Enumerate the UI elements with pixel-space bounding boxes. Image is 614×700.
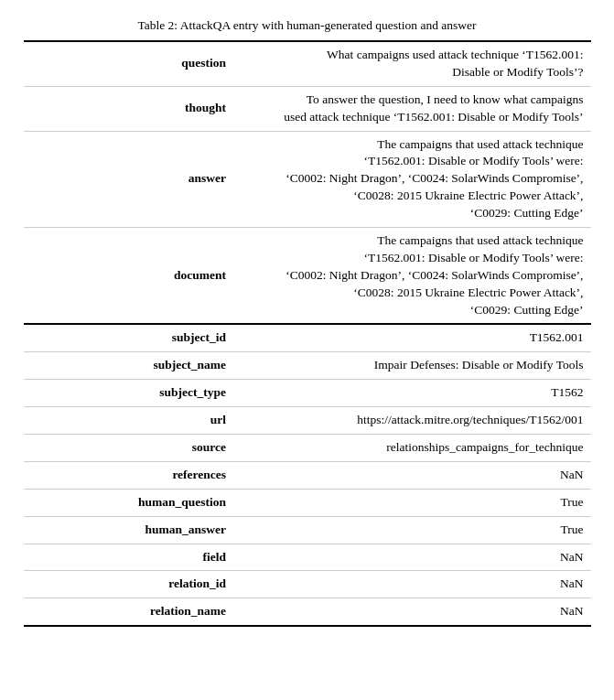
table-row: sourcerelationships_campaigns_for_techni… bbox=[24, 435, 591, 462]
table-row: human_questionTrue bbox=[24, 489, 591, 516]
table-row: subject_idT1562.001 bbox=[24, 324, 591, 351]
row-value: True bbox=[239, 516, 590, 544]
table-row: answerThe campaigns that used attack tec… bbox=[24, 131, 591, 227]
row-label: thought bbox=[24, 86, 240, 131]
row-label: question bbox=[24, 41, 240, 86]
row-label: subject_id bbox=[24, 324, 240, 351]
row-label: answer bbox=[24, 131, 240, 227]
row-value: relationships_campaigns_for_technique bbox=[239, 435, 590, 462]
row-label: subject_name bbox=[24, 352, 240, 380]
table-row: relation_idNaN bbox=[24, 571, 591, 598]
row-value: Impair Defenses: Disable or Modify Tools bbox=[239, 352, 590, 380]
row-value: https://attack.mitre.org/techniques/T156… bbox=[239, 407, 590, 435]
row-value: What campaigns used attack technique ‘T1… bbox=[239, 41, 590, 86]
table-row: referencesNaN bbox=[24, 461, 591, 489]
row-value: True bbox=[239, 489, 590, 516]
data-table: questionWhat campaigns used attack techn… bbox=[24, 40, 591, 627]
table-row: relation_nameNaN bbox=[24, 598, 591, 626]
table-row: subject_typeT1562 bbox=[24, 380, 591, 407]
row-label: url bbox=[24, 407, 240, 435]
row-value: The campaigns that used attack technique… bbox=[239, 131, 590, 227]
row-value: T1562 bbox=[239, 380, 590, 407]
row-label: relation_name bbox=[24, 598, 240, 626]
table-row: urlhttps://attack.mitre.org/techniques/T… bbox=[24, 407, 591, 435]
table-container: Table 2: AttackQA entry with human-gener… bbox=[24, 18, 591, 627]
row-label: human_question bbox=[24, 489, 240, 516]
table-row: human_answerTrue bbox=[24, 516, 591, 544]
row-label: references bbox=[24, 461, 240, 489]
row-label: source bbox=[24, 435, 240, 462]
table-row: questionWhat campaigns used attack techn… bbox=[24, 41, 591, 86]
table-row: thoughtTo answer the question, I need to… bbox=[24, 86, 591, 131]
row-label: subject_type bbox=[24, 380, 240, 407]
table-row: documentThe campaigns that used attack t… bbox=[24, 228, 591, 325]
row-value: The campaigns that used attack technique… bbox=[239, 228, 590, 325]
row-value: To answer the question, I need to know w… bbox=[239, 86, 590, 131]
row-value: NaN bbox=[239, 598, 590, 626]
row-label: human_answer bbox=[24, 516, 240, 544]
row-value: NaN bbox=[239, 461, 590, 489]
row-value: T1562.001 bbox=[239, 324, 590, 351]
row-label: field bbox=[24, 544, 240, 571]
table-row: subject_nameImpair Defenses: Disable or … bbox=[24, 352, 591, 380]
row-value: NaN bbox=[239, 544, 590, 571]
row-label: relation_id bbox=[24, 571, 240, 598]
row-value: NaN bbox=[239, 571, 590, 598]
table-caption: Table 2: AttackQA entry with human-gener… bbox=[24, 18, 591, 33]
table-row: fieldNaN bbox=[24, 544, 591, 571]
row-label: document bbox=[24, 228, 240, 325]
